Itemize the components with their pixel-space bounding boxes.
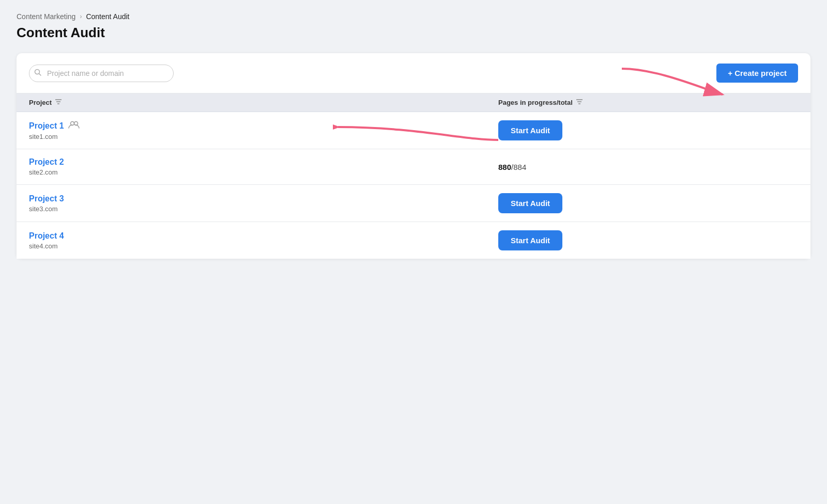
- pages-progress: 880/884: [498, 163, 695, 171]
- project-info: Project 3 site3.com: [29, 194, 498, 213]
- project-info: Project 1 site1.com: [29, 120, 498, 140]
- project-filter-icon[interactable]: [55, 99, 62, 106]
- table-row: Project 1 site1.com Start Audit: [17, 112, 810, 149]
- svg-line-2: [39, 74, 41, 76]
- project-domain: site4.com: [29, 242, 498, 250]
- main-card: + Create project Project Pages in progre…: [17, 53, 810, 259]
- table-row: Project 3 site3.com Start Audit: [17, 185, 810, 222]
- create-project-button[interactable]: + Create project: [716, 64, 798, 83]
- header-project: Project: [29, 99, 498, 106]
- breadcrumb-separator: ›: [80, 13, 82, 20]
- search-icon: [34, 69, 41, 77]
- search-input[interactable]: [29, 65, 174, 82]
- project-domain: site2.com: [29, 168, 498, 176]
- breadcrumb-current: Content Audit: [86, 12, 129, 21]
- project-name: Project 3: [29, 194, 498, 203]
- table-header: Project Pages in progress/total: [17, 93, 810, 112]
- team-icon: [68, 120, 80, 131]
- start-audit-button-1[interactable]: Start Audit: [498, 120, 562, 140]
- breadcrumb: Content Marketing › Content Audit: [17, 12, 810, 21]
- header-pages: Pages in progress/total: [498, 99, 695, 106]
- pages-cell: Start Audit: [498, 120, 695, 140]
- breadcrumb-parent: Content Marketing: [17, 12, 75, 21]
- project-info: Project 4 site4.com: [29, 231, 498, 250]
- table-row: Project 2 site2.com 880/884: [17, 149, 810, 185]
- search-wrapper: [29, 65, 174, 82]
- project-domain: site3.com: [29, 205, 498, 213]
- project-name: Project 4: [29, 231, 498, 241]
- project-name: Project 2: [29, 158, 498, 167]
- pages-filter-icon[interactable]: [576, 99, 583, 106]
- project-name: Project 1: [29, 120, 498, 131]
- start-audit-button-4[interactable]: Start Audit: [498, 230, 562, 250]
- toolbar: + Create project: [17, 53, 810, 93]
- header-action: [695, 99, 798, 106]
- page-title: Content Audit: [17, 25, 810, 41]
- pages-cell: Start Audit: [498, 230, 695, 250]
- start-audit-button-3[interactable]: Start Audit: [498, 193, 562, 213]
- project-domain: site1.com: [29, 133, 498, 140]
- project-info: Project 2 site2.com: [29, 158, 498, 176]
- pages-cell: Start Audit: [498, 193, 695, 213]
- table-row: Project 4 site4.com Start Audit: [17, 222, 810, 259]
